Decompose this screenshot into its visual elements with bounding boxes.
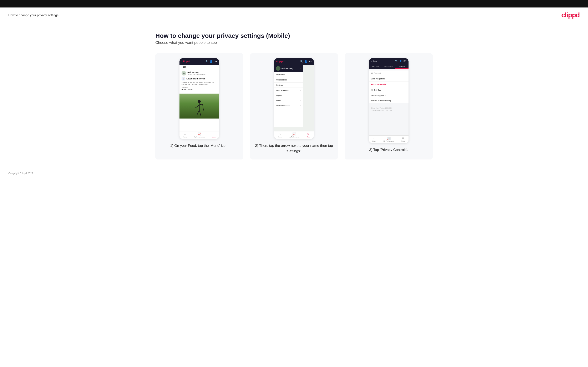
settings-item-mygolfbag: My Golf Bag ›: [369, 87, 408, 93]
step-1-card: clippd 🔍 👤 ⊙▾ Feed BM Blair McHarg: [155, 53, 243, 159]
phone1-icons: 🔍 👤 ⊙▾: [206, 60, 217, 63]
duration-value: 01 hr : 30 min: [182, 89, 217, 91]
user-icon: 👤: [210, 60, 213, 63]
performance-chevron-icon: ∨: [300, 104, 301, 107]
step-2-caption: 2) Then, tap the arrow next to your name…: [255, 143, 333, 154]
settings-item-helpsupport: Help & Support ↗: [369, 93, 408, 98]
settings-icon-3: ⊙▾: [403, 60, 406, 62]
menu-user-row: BM Blair McHarg ∧: [274, 65, 303, 72]
dataintegrations-label: Data Integrations: [371, 78, 385, 80]
phone2-header: clippd 🔍 👤 ⊙▾: [274, 58, 314, 65]
performance-icon-2: 📈: [292, 133, 296, 136]
serviceprivacy-label: Service & Privacy Policy ↗: [371, 100, 394, 102]
performance-icon: 📈: [198, 133, 201, 136]
external-link-icon: ↗: [300, 89, 301, 91]
menu-item-logout: Logout: [274, 93, 303, 98]
header: How to change your privacy settings clip…: [0, 8, 588, 22]
menu-item-myprofile: My Profile: [274, 72, 303, 77]
menu-section-home: Home ∨: [274, 98, 303, 103]
user-icon-3: 👤: [399, 60, 402, 62]
svg-line-4: [197, 110, 199, 115]
feed-user-name: Blair McHarg: [187, 71, 205, 73]
helpsupport-label: Help & Support ↗: [371, 94, 386, 96]
feed-post: BM Blair McHarg Yesterday · Sunningdale …: [180, 69, 219, 93]
phone3-nav-menu: ☰ Menu: [401, 137, 405, 142]
svg-point-0: [198, 100, 201, 103]
privacycontrols-chevron: ›: [406, 83, 406, 86]
feed-user-info: Blair McHarg Yesterday · Sunningdale: [187, 71, 205, 75]
menu-item-settings: Settings: [274, 83, 303, 88]
phone3-bottom-nav: ⌂ Home 📈 My Performance ☰ Menu: [369, 135, 408, 143]
close-menu-icon: ✕: [307, 133, 310, 136]
phone2-nav-home: ⌂ Home: [278, 133, 282, 138]
performance-label-2: My Performance: [289, 136, 299, 138]
version-2: GQL Server Version: 2022.7.30-1: [371, 109, 406, 112]
menu-label-2: Menu: [306, 136, 310, 138]
settings-version: Clippd Client Version: 2022.8.3-3 GQL Se…: [369, 105, 408, 114]
search-icon-2: 🔍: [300, 60, 303, 63]
phone3-body: My Account › Data Integrations › Privacy…: [369, 69, 408, 135]
step-3-caption: 3) Tap 'Privacy Controls'.: [369, 147, 408, 153]
performance-label: My Performance: [194, 136, 205, 138]
back-button: < Back: [371, 60, 377, 62]
tab-connections: Connections: [382, 64, 395, 69]
tab-settings: Settings: [395, 64, 408, 69]
copyright: Copyright Clippd 2022: [8, 172, 33, 175]
mygolfbag-chevron: ›: [406, 89, 406, 91]
myaccount-label: My Account: [371, 72, 381, 74]
phone2-nav-performance: 📈 My Performance: [289, 133, 299, 138]
phone1-nav-home: ⌂ Home: [183, 133, 187, 138]
user-icon-2: 👤: [304, 60, 307, 63]
steps-grid: clippd 🔍 👤 ⊙▾ Feed BM Blair McHarg: [155, 53, 433, 159]
footer: Copyright Clippd 2022: [0, 168, 588, 179]
settings-item-privacycontrols: Privacy Controls ›: [369, 82, 408, 87]
myaccount-chevron: ›: [406, 72, 406, 75]
settings-item-serviceprivacy: Service & Privacy Policy ↗: [369, 98, 408, 103]
page-subheading: Choose what you want people to see: [155, 41, 433, 45]
menu-icon: ☰: [212, 133, 215, 136]
duration-label: Duration: [182, 87, 217, 89]
header-title: How to change your privacy settings: [8, 13, 59, 17]
main-content: How to change your privacy settings (Mob…: [147, 22, 441, 168]
menu-arrow-icon: ∧: [300, 67, 302, 69]
feed-tab: Feed: [180, 65, 219, 69]
phone3-nav-performance: 📈 My Performance: [383, 137, 394, 142]
lesson-icon: 🏌: [182, 77, 185, 81]
menu-item-helpsupport: Help & Support ↗: [274, 88, 303, 93]
top-bar: [0, 0, 588, 8]
step-3-card: < Back 🔍 👤 ⊙▾ My Profile Connections Set…: [345, 53, 433, 159]
phone3-back-bar: < Back 🔍 👤 ⊙▾: [369, 58, 408, 64]
settings-list: My Account › Data Integrations › Privacy…: [369, 69, 408, 105]
svg-line-6: [202, 104, 204, 111]
menu-performance-label: My Performance: [276, 105, 290, 107]
home-icon: ⌂: [184, 133, 186, 136]
home-label-2: Home: [278, 136, 282, 138]
settings-item-dataintegrations: Data Integrations ›: [369, 76, 408, 82]
svg-line-3: [199, 104, 202, 105]
feed-user-sub: Yesterday · Sunningdale: [187, 73, 205, 75]
phone2-bottom-nav: ⌂ Home 📈 My Performance ✕ Menu: [274, 131, 314, 139]
logo: clippd: [561, 11, 580, 19]
phone1-bottom-nav: ⌂ Home 📈 My Performance ☰ Menu: [180, 131, 219, 139]
svg-line-2: [195, 105, 199, 108]
page-heading: How to change your privacy settings (Mob…: [155, 32, 433, 39]
menu-icon-3: ☰: [402, 137, 404, 140]
step-1-caption: 1) On your Feed, tap the 'Menu' icon.: [170, 143, 229, 149]
menu-user-name: Blair McHarg: [282, 67, 293, 69]
menu-avatar: BM: [276, 66, 280, 71]
settings-icon: ⊙▾: [214, 60, 217, 63]
home-label: Home: [183, 136, 187, 138]
menu-home-label: Home: [276, 100, 281, 102]
menu-label-3: Menu: [401, 140, 405, 142]
search-icon: 🔍: [206, 60, 208, 63]
phone2-logo: clippd: [276, 60, 284, 63]
home-icon-2: ⌂: [279, 133, 280, 136]
step-2-card: clippd 🔍 👤 ⊙▾ BM B: [250, 53, 338, 159]
help-external-icon: ↗: [385, 95, 386, 96]
privacycontrols-label: Privacy Controls: [371, 83, 386, 85]
phone3-tabs: My Profile Connections Settings: [369, 64, 408, 69]
menu-label: Menu: [212, 136, 216, 138]
lesson-row: 🏌 Lesson with Fordy: [182, 77, 217, 81]
golf-image: [180, 93, 219, 118]
home-label-3: Home: [372, 140, 376, 142]
